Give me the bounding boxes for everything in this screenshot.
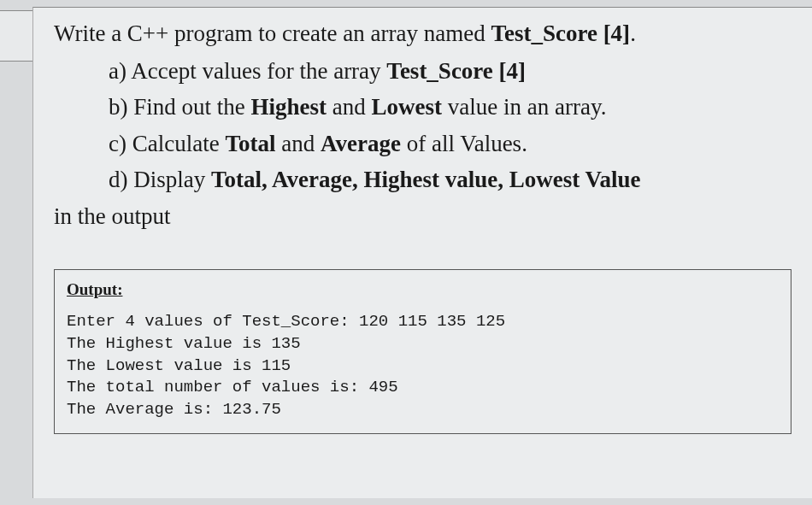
question-d: d) Display Total, Average, Highest value… bbox=[109, 162, 791, 197]
question-c-bold2: Average bbox=[321, 131, 401, 156]
question-a-bold: Test_Score [4] bbox=[386, 58, 526, 84]
question-b-label: b) bbox=[109, 94, 133, 120]
question-a: a) Accept values for the array Test_Scor… bbox=[109, 54, 791, 89]
question-a-text: Accept values for the array bbox=[131, 58, 386, 84]
question-d-text1: Display bbox=[133, 167, 211, 192]
question-c-text2: and bbox=[275, 131, 320, 156]
question-b-text1: Find out the bbox=[133, 94, 250, 120]
output-box: Output: Enter 4 values of Test_Score: 12… bbox=[54, 269, 791, 433]
intro-suffix: . bbox=[630, 21, 636, 46]
intro-array-name: Test_Score [4] bbox=[491, 21, 630, 46]
output-line-2: The Highest value is 135 bbox=[67, 333, 779, 355]
question-d-label: d) bbox=[109, 167, 133, 192]
output-line-1: Enter 4 values of Test_Score: 120 115 13… bbox=[67, 311, 779, 333]
output-line-3: The Lowest value is 115 bbox=[67, 355, 779, 378]
question-list: a) Accept values for the array Test_Scor… bbox=[109, 54, 791, 197]
question-b: b) Find out the Highest and Lowest value… bbox=[109, 90, 791, 125]
output-line-4: The total number of values is: 495 bbox=[67, 377, 779, 399]
question-c-label: c) bbox=[109, 131, 132, 156]
output-header: Output: bbox=[67, 280, 779, 299]
output-line-5: The Average is: 123.75 bbox=[67, 399, 779, 421]
question-b-text2: and bbox=[327, 94, 371, 120]
question-b-text3: value in an array. bbox=[442, 94, 606, 120]
side-tab bbox=[0, 10, 32, 62]
intro-paragraph: Write a C++ program to create an array n… bbox=[54, 18, 791, 50]
question-c-text1: Calculate bbox=[132, 131, 226, 156]
question-b-bold2: Lowest bbox=[372, 94, 443, 120]
question-d-continuation: in the output bbox=[54, 199, 791, 234]
intro-prefix: Write a C++ program to create an array n… bbox=[54, 21, 491, 46]
question-c-bold1: Total bbox=[225, 131, 275, 156]
question-d-bold1: Total, Average, Highest value, Lowest Va… bbox=[211, 167, 641, 192]
question-c-text3: of all Values. bbox=[401, 131, 527, 156]
question-a-label: a) bbox=[109, 58, 131, 84]
question-b-bold1: Highest bbox=[251, 94, 327, 120]
document-page: Write a C++ program to create an array n… bbox=[32, 7, 812, 498]
question-c: c) Calculate Total and Average of all Va… bbox=[109, 126, 791, 161]
